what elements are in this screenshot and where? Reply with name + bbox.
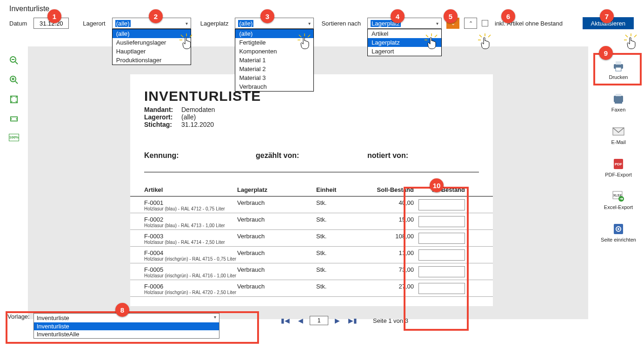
mandant-value: Demodaten [181,106,215,113]
cell-einheit: Stk. [316,283,363,290]
lagerort-dropdown[interactable]: (alle)AuslieferungslagerHauptlagerProduk… [112,29,191,65]
col-artikel: Artikel [144,186,237,193]
dropdown-option[interactable]: Lagerort [368,47,441,56]
dropdown-option[interactable]: Verbrauch [235,82,313,91]
cell-einheit: Stk. [316,249,363,256]
cell-lagerplatz: Verbrauch [237,266,316,273]
dropdown-option[interactable]: Material 1 [235,56,313,65]
cell-artikel: F-0002Holzlasur (blau) - RAL 4713 - 1,00… [144,216,237,228]
page-setup-button[interactable]: Seite einrichten [593,223,644,242]
page-status: Seite 1 von 3 [373,317,408,324]
sort-asc-button[interactable]: ⌃ [464,18,477,29]
stichtag-label: Stichtag: [144,121,181,128]
svg-rect-13 [616,94,621,96]
col-einheit: Einheit [316,186,363,193]
callout-2: 2 [149,9,163,23]
dropdown-option[interactable]: Artikel [368,29,441,38]
lagerplatz-selected: (alle) [238,20,253,27]
lagerplatz-label: Lagerplatz [200,20,229,27]
cell-artikel: F-0001Holzlasur (blau) - RAL 4712 - 0,75… [144,199,237,211]
email-icon [611,125,625,137]
lagerplatz-dropdown[interactable]: (alle)FertigteileKomponentenMaterial 1Ma… [235,29,314,92]
stichtag-value: 31.12.2020 [181,121,214,128]
dropdown-option[interactable]: Lagerplatz [368,38,441,47]
kennung-label: Kennung: [144,151,256,172]
dropdown-option[interactable]: (alle) [113,29,191,38]
svg-line-1 [15,62,18,64]
lagerplatz-combo[interactable]: (alle) ▾ (alle)FertigteileKomponentenMat… [235,18,314,29]
sort-combo[interactable]: Lagerplatz ▾ ArtikelLagerplatzLagerort [367,18,442,29]
col-lagerplatz: Lagerplatz [237,186,316,193]
fax-label: Faxen [593,107,644,112]
next-page-icon[interactable]: ▶ [333,317,342,324]
cell-lagerplatz: Verbrauch [237,199,316,206]
cell-lagerplatz: Verbrauch [237,216,316,223]
zoom-100-icon[interactable]: 100% [9,134,19,141]
cell-einheit: Stk. [316,199,363,206]
annotation-box-8 [6,311,259,344]
dropdown-option[interactable]: Produktionslager [113,56,191,65]
lagerort-label: Lagerort [83,20,105,27]
dropdown-option[interactable]: Material 2 [235,65,313,73]
dropdown-option[interactable]: Material 3 [235,73,313,82]
cell-lagerplatz: Verbrauch [237,233,316,240]
notiert-label: notiert von: [367,151,479,172]
sort-label: Sortieren nach [321,20,361,27]
chevron-down-icon: ▾ [186,21,188,26]
svg-line-36 [479,35,482,37]
setup-label: Seite einrichten [593,237,644,242]
pdf-label: PDF-Export [593,172,644,177]
pdf-export-button[interactable]: PDF PDF-Export [593,158,644,177]
fax-icon [611,93,625,105]
xlsx-label: Excel-Export [593,204,644,210]
first-page-icon[interactable]: ▮◀ [279,317,292,324]
svg-rect-12 [614,96,623,102]
callout-3: 3 [260,9,274,23]
zoom-toolbar: 100% [0,46,28,141]
callout-1: 1 [47,9,61,23]
dropdown-option[interactable]: (alle) [235,29,313,38]
svg-point-23 [617,228,619,230]
svg-rect-14 [615,102,622,104]
annotation-box-10 [404,187,469,331]
svg-line-38 [488,35,491,37]
excel-export-button[interactable]: XLSX Excel-Export [593,190,644,210]
cell-artikel: F-0005Holzlasur (irischgrün) - RAL 4716 … [144,266,237,278]
cell-lagerplatz: Verbrauch [237,283,316,290]
email-label: E-Mail [593,139,644,145]
dropdown-option[interactable]: Hauptlager [113,47,191,56]
cell-artikel: F-0004Holzlasur (irischgrün) - RAL 4715 … [144,249,237,262]
callout-9: 9 [599,46,613,60]
prev-page-icon[interactable]: ◀ [296,317,305,324]
cell-lagerplatz: Verbrauch [237,249,316,256]
zoom-in-icon[interactable] [9,75,19,85]
cell-artikel: F-0003Holzlasur (blau) - RAL 4714 - 2,50… [144,233,237,245]
svg-text:PDF: PDF [615,162,622,166]
page-title: Inventurliste [0,0,644,13]
chevron-up-icon: ⌃ [469,20,473,26]
fit-page-icon[interactable] [9,95,19,104]
callout-8: 8 [115,303,129,317]
svg-line-40 [625,35,628,37]
callout-6: 6 [501,9,515,23]
dropdown-option[interactable]: Fertigteile [235,38,313,47]
callout-7: 7 [600,9,614,23]
xlsx-icon: XLSX [611,190,625,203]
dropdown-option[interactable]: Auslieferungslager [113,38,191,47]
inkl-ohne-bestand-checkbox[interactable] [482,20,488,26]
filter-bar: Datum Lagerort (alle) ▾ (alle)Auslieferu… [0,13,644,33]
datum-label: Datum [9,20,27,27]
svg-line-42 [634,35,637,37]
cell-artikel: F-0006Holzlasur (irischgrün) - RAL 4720 … [144,283,237,295]
sort-dropdown[interactable]: ArtikelLagerplatzLagerort [367,29,442,56]
svg-line-4 [15,81,18,84]
callout-10: 10 [430,178,444,192]
cell-einheit: Stk. [316,233,363,240]
fit-width-icon[interactable] [9,114,19,124]
dropdown-option[interactable]: Komponenten [235,47,313,56]
fax-button[interactable]: Faxen [593,93,644,112]
zoom-out-icon[interactable] [9,56,19,65]
email-button[interactable]: E-Mail [593,125,644,145]
page-number-input[interactable] [310,316,328,325]
last-page-icon[interactable]: ▶▮ [346,317,359,324]
